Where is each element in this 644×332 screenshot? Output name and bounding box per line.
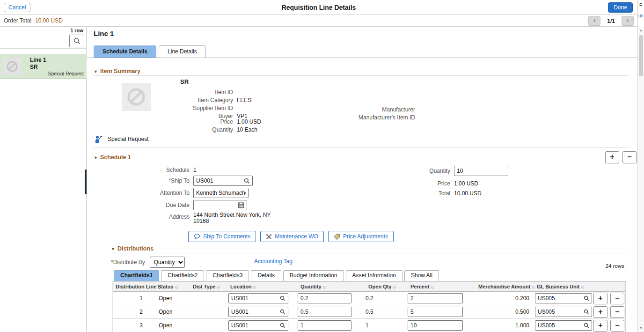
price-tag-icon [334, 234, 340, 240]
page-indicator: 1/1 [607, 18, 615, 24]
line-list-item-selected[interactable]: Line 1 SR Special Request [0, 54, 87, 79]
button-label: Ship To Comments [203, 233, 250, 240]
distributions-title: Distributions [117, 245, 154, 252]
ship-to-row: *Ship To [94, 176, 253, 186]
ship-to-input[interactable] [194, 177, 243, 185]
accounting-tag-link[interactable]: Accounting Tag [254, 258, 293, 265]
scroll-down-icon[interactable]: ▼ [638, 326, 644, 330]
total-value: 10.00 USD [454, 190, 482, 197]
column-header-distribution-line[interactable]: Distribution Line◇ [113, 284, 155, 289]
add-schedule-button[interactable]: + [605, 151, 619, 163]
due-date-input[interactable] [194, 201, 237, 209]
scrollbar-thumb[interactable] [639, 35, 643, 76]
item-name: SR [180, 78, 189, 85]
remove-row-button[interactable]: − [610, 320, 624, 332]
tab-chartfields1[interactable]: Chartfields1 [114, 270, 159, 281]
item-summary-section-header[interactable]: ▼Item Summary [94, 68, 140, 74]
column-header-percent[interactable]: Percent◇ [408, 284, 476, 289]
vertical-scrollbar[interactable]: ▲ ▼ [637, 27, 644, 332]
tab-chartfields3[interactable]: Chartfields3 [206, 270, 249, 281]
quantity-input[interactable] [298, 307, 351, 317]
schedule-label: Schedule [94, 167, 190, 173]
lookup-search-icon[interactable] [279, 295, 288, 301]
percent-input[interactable] [408, 293, 463, 303]
schedule-section-header[interactable]: ▼Schedule 1 [94, 154, 131, 161]
tab-schedule-details[interactable]: Schedule Details [94, 45, 156, 58]
lookup-search-icon[interactable] [583, 323, 592, 328]
quantity-input[interactable] [298, 320, 351, 331]
clipped-text-top: F [639, 3, 642, 8]
tab-show-all[interactable]: Show All [404, 270, 439, 281]
location-input[interactable] [229, 294, 279, 302]
address-row: Address 144 North Street New York, NY 10… [94, 211, 271, 224]
lookup-search-icon[interactable] [279, 309, 288, 315]
price-row: Price 1.00 USD [421, 180, 478, 187]
lookup-search-icon[interactable] [583, 295, 592, 301]
previous-line-button[interactable]: ‹ [588, 16, 600, 26]
tab-asset-information[interactable]: Asset Information [346, 270, 402, 281]
sort-icon: ◇ [175, 285, 178, 289]
column-header-merchandise-amount[interactable]: Merchandise Amount◇ [476, 284, 534, 289]
tab-chartfields2[interactable]: Chartfields2 [161, 270, 204, 281]
lookup-search-icon[interactable] [243, 178, 252, 184]
column-header-status[interactable]: Status◇ [155, 284, 190, 289]
add-row-button[interactable]: + [593, 306, 607, 318]
remove-row-button[interactable]: − [610, 306, 624, 318]
line-pager: ‹ 1/1 › [588, 16, 634, 26]
maintenance-wo-button[interactable]: Maintenance WO [260, 231, 324, 242]
ship-to-label: *Ship To [94, 177, 190, 184]
schedule-action-buttons: Ship To Comments Maintenance WO Price Ad… [188, 231, 394, 242]
quantity-row: Quantity [421, 166, 508, 176]
price-value: 1.00 USD [454, 180, 478, 187]
ship-to-comments-button[interactable]: Ship To Comments [188, 231, 256, 242]
remove-row-button[interactable]: − [610, 293, 624, 304]
address-label: Address [94, 211, 190, 220]
column-header-dist-type[interactable]: Dist Type◇ [190, 284, 227, 289]
distributions-section-header[interactable]: ▼Distributions [111, 245, 154, 252]
line-search-button[interactable] [69, 35, 84, 47]
column-header-open-qty[interactable]: Open Qty◇ [366, 284, 408, 289]
done-button[interactable]: Done [608, 2, 633, 13]
tab-divider [87, 58, 637, 58]
percent-input[interactable] [408, 320, 463, 331]
line-list-search-row [0, 34, 86, 49]
field-label: Item ID [94, 89, 233, 96]
add-row-button[interactable]: + [593, 320, 607, 332]
next-line-button[interactable]: › [622, 16, 634, 26]
location-input[interactable] [229, 321, 279, 330]
distribute-by-select[interactable]: Quantity [150, 257, 185, 268]
section-divider [111, 253, 629, 253]
tab-line-details[interactable]: Line Details [159, 45, 206, 58]
button-label: Price Adjustments [343, 233, 388, 240]
location-input[interactable] [229, 308, 279, 316]
remove-schedule-button[interactable]: − [622, 151, 637, 163]
tab-details[interactable]: Details [251, 270, 281, 281]
gl-unit-input[interactable] [535, 294, 583, 302]
collapse-triangle-icon: ▼ [111, 247, 115, 251]
distribute-by-label: *Distribute By [111, 259, 145, 266]
scroll-up-icon[interactable]: ▲ [638, 28, 644, 32]
column-header-location[interactable]: Location◇ [227, 284, 298, 289]
percent-input[interactable] [408, 307, 463, 317]
due-date-lookup [193, 200, 247, 210]
lookup-search-icon[interactable] [583, 309, 592, 315]
gl-unit-input[interactable] [535, 321, 583, 330]
quantity-input[interactable] [298, 293, 351, 303]
calendar-icon[interactable] [237, 202, 247, 208]
comment-icon [194, 234, 200, 239]
attention-to-input[interactable] [193, 188, 249, 198]
tab-budget-information[interactable]: Budget Information [283, 270, 344, 281]
schedule-title: Schedule 1 [100, 154, 131, 161]
chevron-right-icon: › [627, 16, 629, 24]
lookup-search-icon[interactable] [279, 323, 288, 328]
clipped-text-bottom: us [638, 13, 644, 18]
quantity-input[interactable] [454, 166, 508, 176]
top-bar: Cancel Requisition Line Details Done [0, 0, 637, 15]
gl-unit-input[interactable] [535, 308, 583, 316]
add-row-button[interactable]: + [593, 293, 607, 304]
column-header-gl-business-unit[interactable]: GL Business Unit◇ [534, 284, 593, 289]
column-header-quantity[interactable]: Quantity◇ [298, 284, 366, 289]
due-date-label: Due Date [94, 202, 190, 208]
price-adjustments-button[interactable]: Price Adjustments [328, 231, 394, 242]
cancel-button[interactable]: Cancel [4, 3, 30, 12]
